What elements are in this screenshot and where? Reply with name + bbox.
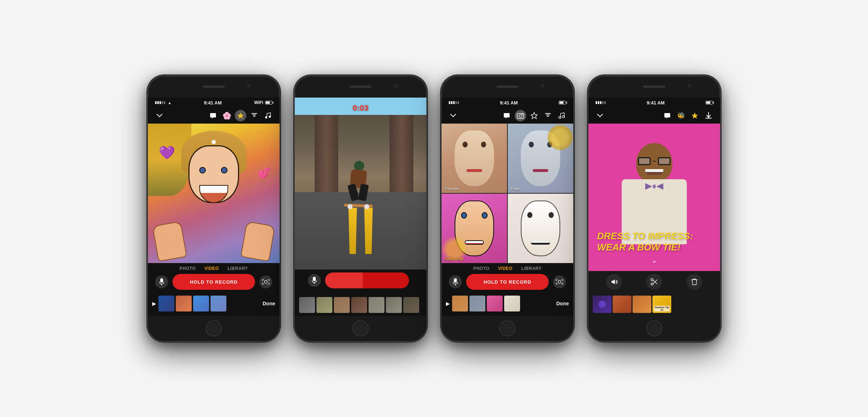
- phone1-speaker: [203, 86, 225, 88]
- p2-thumb-4[interactable]: [351, 297, 367, 313]
- phone1-screen: 💜 💕: [148, 124, 280, 263]
- p3-thumb-3[interactable]: [487, 296, 503, 311]
- p2-thumb-5[interactable]: [369, 297, 384, 313]
- p2-thumb-1[interactable]: [299, 297, 315, 313]
- phone3-status-bar: 9:41 AM: [442, 98, 573, 108]
- volume-button[interactable]: [606, 274, 622, 290]
- phone4-home-area: [588, 316, 720, 341]
- p3-mic-button[interactable]: [449, 275, 462, 288]
- film-thumb-1[interactable]: [158, 296, 174, 311]
- recording-progress-bar[interactable]: [325, 272, 409, 288]
- p3-music-icon[interactable]: [556, 110, 567, 121]
- bow-tie-text-overlay: DRESS TO IMPRESS: WEAR A BOW TIE!: [588, 231, 720, 253]
- music-icon[interactable]: [262, 110, 274, 121]
- svg-rect-17: [547, 116, 549, 117]
- mic-button[interactable]: [155, 275, 168, 288]
- phone2-camera: [394, 84, 397, 87]
- svg-rect-3: [253, 116, 255, 117]
- p2-thumb-2[interactable]: [316, 297, 332, 313]
- phone3-capture-tabs: PHOTO VIDEO LIBRARY: [442, 266, 573, 271]
- p3-chevron-icon[interactable]: [447, 110, 459, 121]
- p3-tab-video[interactable]: VIDEO: [498, 266, 512, 271]
- p4-download-icon[interactable]: [703, 110, 714, 121]
- chevron-down-arrow[interactable]: ⌄: [651, 256, 658, 265]
- heart-emoji-1: 💜: [159, 145, 175, 160]
- battery-fill: [266, 102, 270, 104]
- p4-star-icon[interactable]: [689, 110, 701, 121]
- phone4-signal: [596, 101, 606, 104]
- p4-bee-icon[interactable]: 🐝: [675, 110, 687, 121]
- p4-thumb-3[interactable]: [633, 296, 651, 313]
- p3-star-icon[interactable]: [528, 110, 540, 121]
- phone3-home-button[interactable]: [499, 321, 515, 336]
- phone3-bottom-controls: PHOTO VIDEO LIBRARY HOLD TO RECORD: [442, 263, 573, 316]
- p3-tab-photo[interactable]: PHOTO: [473, 266, 489, 271]
- p3-thumb-1[interactable]: [452, 296, 468, 311]
- p3-camera-flip-button[interactable]: [553, 275, 566, 288]
- tab-video[interactable]: VIDEO: [204, 266, 219, 271]
- phone4-status-bar: 9:41 AM: [588, 98, 720, 108]
- phone2-home-button[interactable]: [353, 321, 369, 336]
- svg-rect-2: [252, 115, 256, 115]
- home-button[interactable]: [206, 321, 222, 336]
- phone4-home-button[interactable]: [646, 321, 662, 336]
- p4-chat-icon[interactable]: [661, 110, 673, 121]
- p3-thumb-2[interactable]: [469, 296, 485, 311]
- p3-tab-library[interactable]: LIBRARY: [521, 266, 541, 271]
- p3-thumb-4[interactable]: [504, 296, 520, 311]
- filter-grid: Transfer Fade: [442, 124, 573, 263]
- done-button[interactable]: Done: [263, 301, 275, 306]
- text-icon[interactable]: [248, 110, 260, 121]
- film-thumb-4[interactable]: [210, 296, 226, 311]
- film-thumb-2[interactable]: [176, 296, 192, 311]
- phone1-filmstrip: ▶ Done: [148, 293, 280, 314]
- filter-sketch[interactable]: [508, 194, 573, 263]
- phone1-top: [148, 76, 280, 98]
- phones-container: ▲ 9:41 AM WiFi �: [132, 60, 736, 357]
- p3-record-button[interactable]: HOLD TO RECORD: [466, 274, 549, 290]
- scissors-button[interactable]: [646, 274, 662, 290]
- play-button[interactable]: ▶: [152, 301, 156, 306]
- svg-point-5: [269, 116, 271, 118]
- chevron-down-icon[interactable]: [154, 110, 165, 121]
- carrier-label: ▲: [168, 101, 171, 105]
- p2-thumb-7[interactable]: [403, 297, 419, 313]
- filter-comic[interactable]: Comic Pop: [442, 194, 507, 263]
- phone2-speaker: [350, 86, 371, 88]
- phone2-home-area: [295, 316, 426, 341]
- tab-photo[interactable]: PHOTO: [179, 266, 196, 271]
- p4-thumb-1[interactable]: [593, 296, 612, 313]
- emoji-heart-icon[interactable]: 🌸: [221, 110, 233, 121]
- camera-flip-button[interactable]: [259, 275, 272, 288]
- svg-marker-14: [531, 112, 537, 119]
- p2-thumb-3[interactable]: [334, 297, 350, 313]
- record-button[interactable]: HOLD TO RECORD: [173, 274, 255, 290]
- wifi-icon: WiFi: [254, 100, 263, 105]
- phone2-record-area: [295, 270, 426, 294]
- phone2-film-thumbs: [299, 297, 422, 313]
- chat-bubble-icon[interactable]: [207, 110, 219, 121]
- phone3-top: [442, 76, 573, 98]
- record-label: HOLD TO RECORD: [190, 279, 238, 285]
- p4-chevron-icon[interactable]: [594, 110, 606, 121]
- phone2-mic-button[interactable]: [308, 274, 321, 287]
- svg-rect-9: [313, 277, 316, 281]
- filter-fade[interactable]: Fade: [508, 124, 573, 193]
- phone2-wrapper: 0:03: [294, 75, 427, 342]
- p3-play-button[interactable]: ▶: [446, 301, 450, 306]
- p3-text-icon[interactable]: [542, 110, 554, 121]
- tab-library[interactable]: LIBRARY: [227, 266, 248, 271]
- trash-button[interactable]: [686, 274, 702, 290]
- phone2-screen: 0:03: [295, 98, 426, 270]
- star-icon[interactable]: [235, 110, 246, 121]
- filter-transfer[interactable]: Transfer: [442, 124, 507, 193]
- p4-thumb-4-selected[interactable]: Fashion Tip #2: [652, 296, 671, 313]
- svg-rect-16: [546, 115, 550, 115]
- p2-thumb-6[interactable]: [386, 297, 402, 313]
- film-thumb-3[interactable]: [193, 296, 209, 311]
- phone4-time: 9:41 AM: [647, 100, 664, 106]
- p3-done-button[interactable]: Done: [556, 301, 569, 306]
- p3-chat-icon[interactable]: [501, 110, 512, 121]
- p4-thumb-2[interactable]: [613, 296, 631, 313]
- p3-photo-icon[interactable]: [515, 110, 526, 121]
